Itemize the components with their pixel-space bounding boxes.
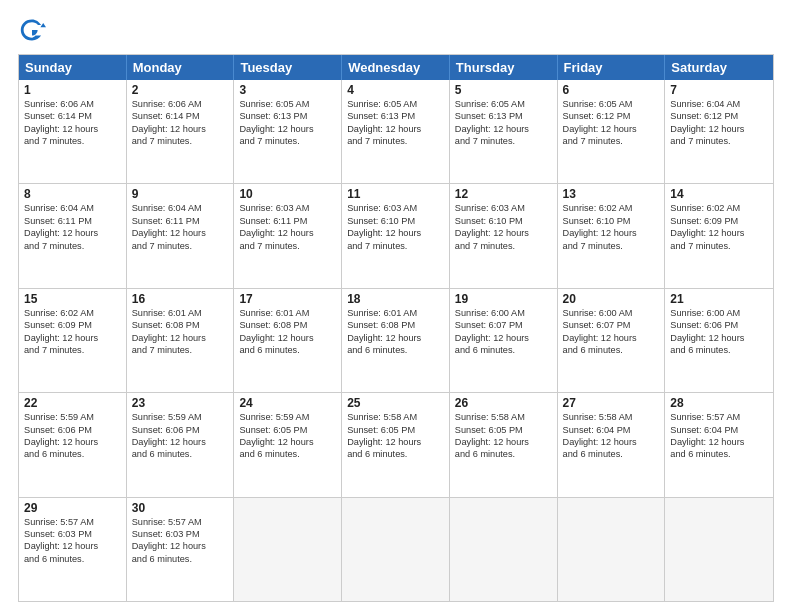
day-number: 25 — [347, 396, 444, 410]
day-number: 17 — [239, 292, 336, 306]
calendar-body: 1Sunrise: 6:06 AMSunset: 6:14 PMDaylight… — [19, 80, 773, 601]
calendar-cell: 5Sunrise: 6:05 AMSunset: 6:13 PMDaylight… — [450, 80, 558, 183]
logo-icon — [18, 16, 46, 44]
day-number: 27 — [563, 396, 660, 410]
day-info: Sunrise: 6:01 AMSunset: 6:08 PMDaylight:… — [239, 307, 336, 357]
day-info: Sunrise: 6:05 AMSunset: 6:12 PMDaylight:… — [563, 98, 660, 148]
day-info: Sunrise: 6:05 AMSunset: 6:13 PMDaylight:… — [347, 98, 444, 148]
calendar-cell: 29Sunrise: 5:57 AMSunset: 6:03 PMDayligh… — [19, 498, 127, 601]
day-info: Sunrise: 6:05 AMSunset: 6:13 PMDaylight:… — [239, 98, 336, 148]
day-info: Sunrise: 6:02 AMSunset: 6:09 PMDaylight:… — [24, 307, 121, 357]
header-day-sunday: Sunday — [19, 55, 127, 80]
calendar-cell: 6Sunrise: 6:05 AMSunset: 6:12 PMDaylight… — [558, 80, 666, 183]
header-day-thursday: Thursday — [450, 55, 558, 80]
calendar-cell: 21Sunrise: 6:00 AMSunset: 6:06 PMDayligh… — [665, 289, 773, 392]
page: SundayMondayTuesdayWednesdayThursdayFrid… — [0, 0, 792, 612]
calendar-cell: 7Sunrise: 6:04 AMSunset: 6:12 PMDaylight… — [665, 80, 773, 183]
day-number: 7 — [670, 83, 768, 97]
day-number: 12 — [455, 187, 552, 201]
day-number: 19 — [455, 292, 552, 306]
day-number: 2 — [132, 83, 229, 97]
calendar-row-0: 1Sunrise: 6:06 AMSunset: 6:14 PMDaylight… — [19, 80, 773, 183]
day-info: Sunrise: 5:59 AMSunset: 6:05 PMDaylight:… — [239, 411, 336, 461]
calendar-cell: 19Sunrise: 6:00 AMSunset: 6:07 PMDayligh… — [450, 289, 558, 392]
day-number: 20 — [563, 292, 660, 306]
calendar-cell — [234, 498, 342, 601]
day-number: 9 — [132, 187, 229, 201]
day-number: 8 — [24, 187, 121, 201]
calendar-cell: 9Sunrise: 6:04 AMSunset: 6:11 PMDaylight… — [127, 184, 235, 287]
logo — [18, 16, 50, 44]
day-number: 11 — [347, 187, 444, 201]
day-number: 28 — [670, 396, 768, 410]
calendar-cell: 2Sunrise: 6:06 AMSunset: 6:14 PMDaylight… — [127, 80, 235, 183]
day-info: Sunrise: 6:00 AMSunset: 6:06 PMDaylight:… — [670, 307, 768, 357]
day-number: 18 — [347, 292, 444, 306]
calendar-cell: 16Sunrise: 6:01 AMSunset: 6:08 PMDayligh… — [127, 289, 235, 392]
day-number: 24 — [239, 396, 336, 410]
day-number: 6 — [563, 83, 660, 97]
calendar-row-4: 29Sunrise: 5:57 AMSunset: 6:03 PMDayligh… — [19, 497, 773, 601]
day-number: 5 — [455, 83, 552, 97]
day-info: Sunrise: 5:57 AMSunset: 6:04 PMDaylight:… — [670, 411, 768, 461]
day-info: Sunrise: 6:06 AMSunset: 6:14 PMDaylight:… — [132, 98, 229, 148]
calendar-header: SundayMondayTuesdayWednesdayThursdayFrid… — [19, 55, 773, 80]
day-info: Sunrise: 6:04 AMSunset: 6:11 PMDaylight:… — [132, 202, 229, 252]
calendar-cell: 13Sunrise: 6:02 AMSunset: 6:10 PMDayligh… — [558, 184, 666, 287]
calendar-cell: 26Sunrise: 5:58 AMSunset: 6:05 PMDayligh… — [450, 393, 558, 496]
day-info: Sunrise: 5:59 AMSunset: 6:06 PMDaylight:… — [24, 411, 121, 461]
day-number: 30 — [132, 501, 229, 515]
calendar-cell: 11Sunrise: 6:03 AMSunset: 6:10 PMDayligh… — [342, 184, 450, 287]
day-info: Sunrise: 6:03 AMSunset: 6:10 PMDaylight:… — [455, 202, 552, 252]
day-number: 22 — [24, 396, 121, 410]
calendar-cell: 12Sunrise: 6:03 AMSunset: 6:10 PMDayligh… — [450, 184, 558, 287]
calendar-cell: 25Sunrise: 5:58 AMSunset: 6:05 PMDayligh… — [342, 393, 450, 496]
day-number: 16 — [132, 292, 229, 306]
day-info: Sunrise: 6:00 AMSunset: 6:07 PMDaylight:… — [563, 307, 660, 357]
calendar-row-3: 22Sunrise: 5:59 AMSunset: 6:06 PMDayligh… — [19, 392, 773, 496]
day-info: Sunrise: 5:59 AMSunset: 6:06 PMDaylight:… — [132, 411, 229, 461]
day-number: 10 — [239, 187, 336, 201]
day-info: Sunrise: 6:04 AMSunset: 6:11 PMDaylight:… — [24, 202, 121, 252]
calendar-cell: 18Sunrise: 6:01 AMSunset: 6:08 PMDayligh… — [342, 289, 450, 392]
day-number: 26 — [455, 396, 552, 410]
calendar-row-2: 15Sunrise: 6:02 AMSunset: 6:09 PMDayligh… — [19, 288, 773, 392]
calendar-cell: 20Sunrise: 6:00 AMSunset: 6:07 PMDayligh… — [558, 289, 666, 392]
calendar-cell: 14Sunrise: 6:02 AMSunset: 6:09 PMDayligh… — [665, 184, 773, 287]
calendar-cell: 28Sunrise: 5:57 AMSunset: 6:04 PMDayligh… — [665, 393, 773, 496]
calendar-cell — [342, 498, 450, 601]
header-day-monday: Monday — [127, 55, 235, 80]
calendar-row-1: 8Sunrise: 6:04 AMSunset: 6:11 PMDaylight… — [19, 183, 773, 287]
calendar-cell: 23Sunrise: 5:59 AMSunset: 6:06 PMDayligh… — [127, 393, 235, 496]
day-number: 1 — [24, 83, 121, 97]
day-info: Sunrise: 5:58 AMSunset: 6:04 PMDaylight:… — [563, 411, 660, 461]
calendar-cell: 8Sunrise: 6:04 AMSunset: 6:11 PMDaylight… — [19, 184, 127, 287]
day-info: Sunrise: 6:02 AMSunset: 6:10 PMDaylight:… — [563, 202, 660, 252]
header-day-saturday: Saturday — [665, 55, 773, 80]
header-day-tuesday: Tuesday — [234, 55, 342, 80]
calendar: SundayMondayTuesdayWednesdayThursdayFrid… — [18, 54, 774, 602]
day-number: 15 — [24, 292, 121, 306]
calendar-cell — [450, 498, 558, 601]
calendar-cell — [558, 498, 666, 601]
day-info: Sunrise: 6:01 AMSunset: 6:08 PMDaylight:… — [347, 307, 444, 357]
day-info: Sunrise: 6:04 AMSunset: 6:12 PMDaylight:… — [670, 98, 768, 148]
calendar-cell: 15Sunrise: 6:02 AMSunset: 6:09 PMDayligh… — [19, 289, 127, 392]
day-info: Sunrise: 6:06 AMSunset: 6:14 PMDaylight:… — [24, 98, 121, 148]
calendar-cell: 4Sunrise: 6:05 AMSunset: 6:13 PMDaylight… — [342, 80, 450, 183]
day-info: Sunrise: 6:03 AMSunset: 6:10 PMDaylight:… — [347, 202, 444, 252]
day-info: Sunrise: 6:01 AMSunset: 6:08 PMDaylight:… — [132, 307, 229, 357]
calendar-cell: 27Sunrise: 5:58 AMSunset: 6:04 PMDayligh… — [558, 393, 666, 496]
day-info: Sunrise: 6:05 AMSunset: 6:13 PMDaylight:… — [455, 98, 552, 148]
day-info: Sunrise: 5:57 AMSunset: 6:03 PMDaylight:… — [24, 516, 121, 566]
day-number: 4 — [347, 83, 444, 97]
day-number: 3 — [239, 83, 336, 97]
day-number: 23 — [132, 396, 229, 410]
calendar-cell: 30Sunrise: 5:57 AMSunset: 6:03 PMDayligh… — [127, 498, 235, 601]
calendar-cell: 22Sunrise: 5:59 AMSunset: 6:06 PMDayligh… — [19, 393, 127, 496]
day-info: Sunrise: 6:00 AMSunset: 6:07 PMDaylight:… — [455, 307, 552, 357]
day-info: Sunrise: 5:58 AMSunset: 6:05 PMDaylight:… — [347, 411, 444, 461]
header-day-friday: Friday — [558, 55, 666, 80]
day-info: Sunrise: 6:02 AMSunset: 6:09 PMDaylight:… — [670, 202, 768, 252]
calendar-cell: 24Sunrise: 5:59 AMSunset: 6:05 PMDayligh… — [234, 393, 342, 496]
